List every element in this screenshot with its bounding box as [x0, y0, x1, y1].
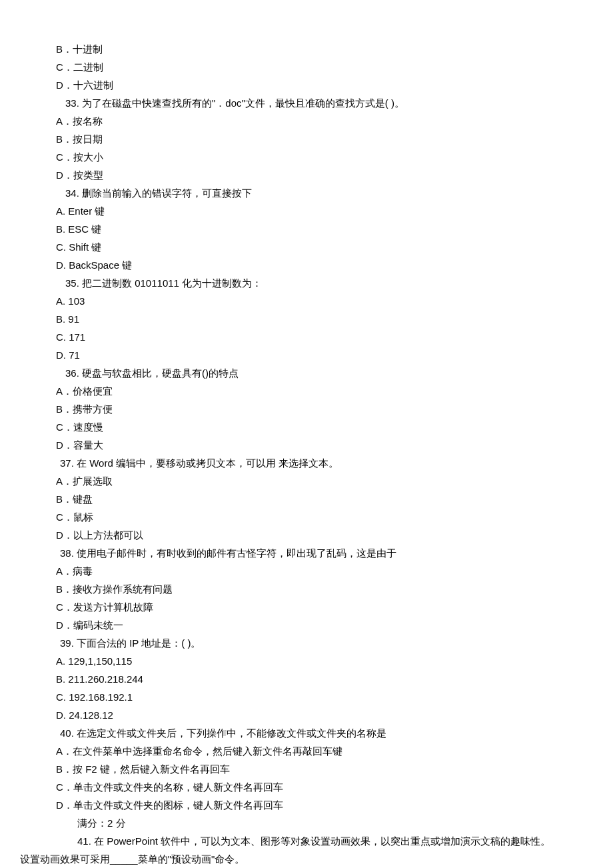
text-line: A. 103	[20, 292, 593, 310]
text-line: B．按日期	[20, 130, 593, 148]
text-line: C．单击文件或文件夹的名称，键人新文件名再回车	[20, 778, 593, 796]
text-line: A．扩展选取	[20, 472, 593, 490]
text-line: D. 24.128.12	[20, 706, 593, 724]
text-line: D．按类型	[20, 166, 593, 184]
text-line: D．编码未统一	[20, 616, 593, 634]
text-line: A．价格便宜	[20, 382, 593, 400]
text-line: B. 91	[20, 310, 593, 328]
text-line: C. 171	[20, 328, 593, 346]
text-line: 设置动画效果可采用_____菜单的"预设动画"命令。	[20, 850, 593, 868]
text-line: A. Enter 键	[20, 202, 593, 220]
text-line: 满分：2 分	[20, 814, 593, 832]
text-line: B. 211.260.218.244	[20, 670, 593, 688]
text-line: 39. 下面合法的 IP 地址是：( )。	[20, 634, 593, 652]
text-line: C．发送方计算机故障	[20, 598, 593, 616]
text-line: 38. 使用电子邮件时，有时收到的邮件有古怪字符，即出现了乱码，这是由于	[20, 544, 593, 562]
text-line: B．键盘	[20, 490, 593, 508]
text-line: D. 71	[20, 346, 593, 364]
text-line: B．按 F2 键，然后键入新文件名再回车	[20, 760, 593, 778]
text-line: 36. 硬盘与软盘相比，硬盘具有()的特点	[20, 364, 593, 382]
text-line: C. 192.168.192.1	[20, 688, 593, 706]
text-line: D．单击文件或文件夹的图标，键人新文件名再回车	[20, 796, 593, 814]
text-line: B．携带方便	[20, 400, 593, 418]
text-line: B. ESC 键	[20, 220, 593, 238]
text-line: 40. 在选定文件或文件夹后，下列操作中，不能修改文件或文件夹的名称是	[20, 724, 593, 742]
text-line: 41. 在 PowerPoint 软件中，可以为文本、图形等对象设置动画效果，以…	[20, 832, 593, 850]
text-line: D．以上方法都可以	[20, 526, 593, 544]
text-line: A．按名称	[20, 112, 593, 130]
text-line: C．鼠标	[20, 508, 593, 526]
text-line: A. 129,1,150,115	[20, 652, 593, 670]
text-line: D．十六进制	[20, 76, 593, 94]
text-line: D．容量大	[20, 436, 593, 454]
text-line: 37. 在 Word 编辑中，要移动或拷贝文本，可以用 来选择文本。	[20, 454, 593, 472]
text-line: C．速度慢	[20, 418, 593, 436]
text-line: B．十进制	[20, 40, 593, 58]
text-line: B．接收方操作系统有问题	[20, 580, 593, 598]
text-line: A．在文件菜单中选择重命名命令，然后键入新文件名再敲回车键	[20, 742, 593, 760]
text-line: C. Shift 键	[20, 238, 593, 256]
text-line: D. BackSpace 键	[20, 256, 593, 274]
text-line: A．病毒	[20, 562, 593, 580]
text-line: 34. 删除当前输入的错误字符，可直接按下	[20, 184, 593, 202]
text-line: C．二进制	[20, 58, 593, 76]
text-line: 35. 把二进制数 01011011 化为十进制数为：	[20, 274, 593, 292]
text-line: C．按大小	[20, 148, 593, 166]
text-line: 33. 为了在磁盘中快速查找所有的"．doc"文件，最快且准确的查找方式是( )…	[20, 94, 593, 112]
document-body: B．十进制C．二进制D．十六进制33. 为了在磁盘中快速查找所有的"．doc"文…	[0, 0, 613, 868]
